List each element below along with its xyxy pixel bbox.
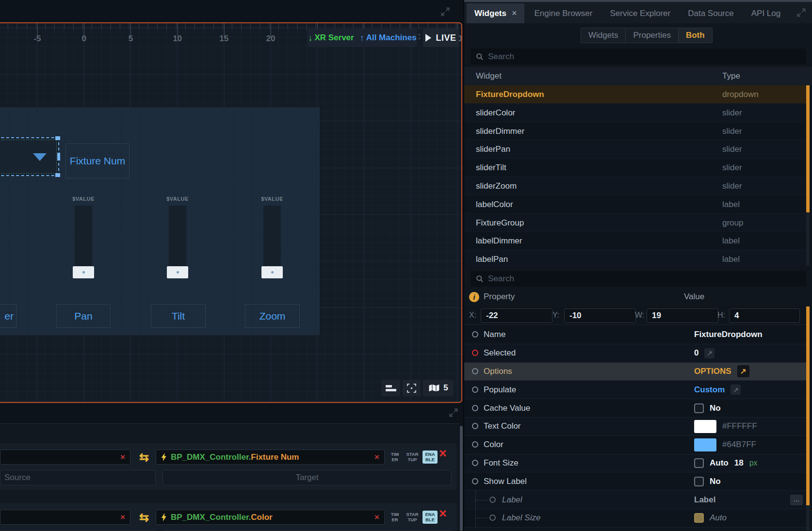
widget-row-sliderpan[interactable]: sliderPanslider xyxy=(464,140,810,159)
property-state-icon[interactable] xyxy=(472,441,478,448)
widget-row-labeldimmer[interactable]: labelDimmerlabel xyxy=(464,232,810,250)
timer-toggle[interactable]: TIMER xyxy=(387,512,403,522)
color-swatch[interactable] xyxy=(694,420,716,433)
live-button[interactable]: LIVE xyxy=(423,29,459,47)
property-state-icon[interactable] xyxy=(472,331,478,338)
scrollbar-thumb[interactable] xyxy=(806,85,810,212)
property-state-icon[interactable] xyxy=(489,497,496,503)
clear-target-icon[interactable]: × xyxy=(374,513,379,521)
fixture-dropdown-widget[interactable] xyxy=(0,137,59,176)
property-row-populate[interactable]: PopulateCustom↗ xyxy=(464,381,810,399)
selection-handle[interactable] xyxy=(55,136,60,140)
binding-source-field[interactable]: × xyxy=(0,450,130,465)
label-widget-er[interactable]: er xyxy=(0,304,16,328)
property-state-icon[interactable] xyxy=(472,405,478,411)
property-row-font-size[interactable]: Font SizeAuto18px xyxy=(464,454,810,473)
open-editor-icon[interactable]: ↗ xyxy=(704,348,715,358)
bindings-expand-icon[interactable] xyxy=(449,408,458,418)
enable-toggle[interactable]: ENABLE xyxy=(422,511,438,524)
slider-handle[interactable] xyxy=(73,266,94,278)
swap-direction-icon[interactable]: ⇆ xyxy=(137,510,151,525)
x-input[interactable] xyxy=(481,308,552,323)
property-row-color[interactable]: Color#64B7FF xyxy=(464,436,810,454)
startup-toggle[interactable]: STARTUP xyxy=(404,512,421,522)
clear-source-icon[interactable]: × xyxy=(120,453,125,461)
property-search[interactable] xyxy=(471,271,806,287)
layout-canvas[interactable]: -50510152025303540 Fixture Num $VALUE$VA… xyxy=(0,22,462,403)
widget-search-input[interactable] xyxy=(488,52,779,62)
bindings-scrollbar[interactable] xyxy=(460,426,463,531)
close-icon[interactable]: × xyxy=(512,8,517,18)
binding-target-field[interactable]: BP_DMX_Controller.Fixture Num × xyxy=(156,450,385,465)
clear-target-icon[interactable]: × xyxy=(374,453,379,461)
property-row-text-color[interactable]: Text Color#FFFFFF xyxy=(464,418,810,436)
fixture-group-widget[interactable]: Fixture Num $VALUE$VALUE$VALUE erPanTilt… xyxy=(0,107,320,335)
widget-row-fixturedropdown[interactable]: FixtureDropdowndropdown xyxy=(464,85,810,104)
color-swatch[interactable] xyxy=(694,438,716,451)
tab-service-explorer[interactable]: Service Explorer xyxy=(602,3,679,23)
y-input[interactable] xyxy=(564,308,636,323)
label-widget-tilt[interactable]: Tilt xyxy=(151,304,206,328)
widget-row-slidercolor[interactable]: sliderColorslider xyxy=(464,104,810,122)
drag-handle-dots[interactable] xyxy=(419,34,420,42)
checkbox[interactable] xyxy=(694,477,704,486)
property-row-label[interactable]: ...LabelLabel xyxy=(464,491,810,509)
property-list-scrollbar[interactable] xyxy=(806,306,810,531)
label-widget-pan[interactable]: Pan xyxy=(56,304,111,328)
widget-list-scrollbar[interactable] xyxy=(806,85,810,266)
timer-toggle[interactable]: TIMER xyxy=(387,452,403,462)
checkbox[interactable] xyxy=(694,458,704,468)
more-options-button[interactable]: ... xyxy=(790,495,803,505)
property-row-options[interactable]: OptionsOPTIONS↗ xyxy=(464,363,810,381)
property-state-icon[interactable] xyxy=(472,350,478,356)
w-input[interactable] xyxy=(647,308,718,323)
delete-binding-button[interactable]: × xyxy=(439,447,447,460)
checkbox[interactable] xyxy=(694,513,704,523)
h-input[interactable] xyxy=(729,308,800,323)
property-search-input[interactable] xyxy=(488,274,779,284)
property-row-show-label[interactable]: Show LabelNo xyxy=(464,472,810,491)
fit-view-button[interactable] xyxy=(403,380,421,396)
minimap-button[interactable]: 5 xyxy=(423,380,454,396)
property-state-icon[interactable] xyxy=(472,478,478,484)
swap-direction-icon[interactable]: ⇆ xyxy=(137,450,151,465)
delete-binding-button[interactable]: × xyxy=(439,507,447,520)
tab-api-log[interactable]: API Log xyxy=(744,3,789,23)
widget-row-fixturegroup[interactable]: FixtureGroupgroup xyxy=(464,214,810,232)
machine-status-box[interactable]: ↓ XR Server ↑ All Machines xyxy=(308,29,417,47)
widget-row-sliderdimmer[interactable]: sliderDimmerslider xyxy=(464,122,810,141)
panel-expand-icon[interactable] xyxy=(796,8,806,17)
slider-handle[interactable] xyxy=(261,266,283,278)
widget-row-sliderzoom[interactable]: sliderZoomslider xyxy=(464,177,810,195)
tab-engine-browser[interactable]: Engine Browser xyxy=(526,3,600,23)
property-state-icon[interactable] xyxy=(489,515,496,521)
binding-source-field[interactable]: × xyxy=(0,510,130,525)
property-row-cache-value[interactable]: Cache ValueNo xyxy=(464,399,810,418)
view-tab-both[interactable]: Both xyxy=(678,28,712,43)
label-widget-zoom[interactable]: Zoom xyxy=(245,304,300,328)
clear-source-icon[interactable]: × xyxy=(120,513,125,521)
selection-handle[interactable] xyxy=(55,173,60,177)
selection-handle[interactable] xyxy=(57,153,60,161)
property-state-icon[interactable] xyxy=(472,386,478,393)
widget-row-labelcolor[interactable]: labelColorlabel xyxy=(464,195,810,214)
widget-search[interactable] xyxy=(471,48,806,64)
widget-row-labelpan[interactable]: labelPanlabel xyxy=(464,250,810,266)
property-state-icon[interactable] xyxy=(472,423,478,429)
enable-toggle[interactable]: ENABLE xyxy=(422,451,438,464)
source-input[interactable]: Source xyxy=(0,470,156,485)
open-editor-icon[interactable]: ↗ xyxy=(737,365,749,377)
view-tab-properties[interactable]: Properties xyxy=(625,28,678,43)
fixture-num-label-widget[interactable]: Fixture Num xyxy=(65,144,130,178)
info-icon[interactable]: i xyxy=(469,292,479,302)
checkbox[interactable] xyxy=(694,403,704,413)
target-input[interactable]: Target xyxy=(162,470,452,485)
widget-row-slidertilt[interactable]: sliderTiltslider xyxy=(464,159,810,177)
property-row-label-size[interactable]: Label SizeAuto xyxy=(464,509,810,528)
property-state-icon[interactable] xyxy=(472,460,478,466)
open-editor-icon[interactable]: ↗ xyxy=(731,385,741,395)
tab-data-source[interactable]: Data Source xyxy=(680,3,742,23)
property-row-selected[interactable]: Selected0↗ xyxy=(464,344,810,363)
startup-toggle[interactable]: STARTUP xyxy=(404,452,421,462)
property-state-icon[interactable] xyxy=(472,368,478,374)
